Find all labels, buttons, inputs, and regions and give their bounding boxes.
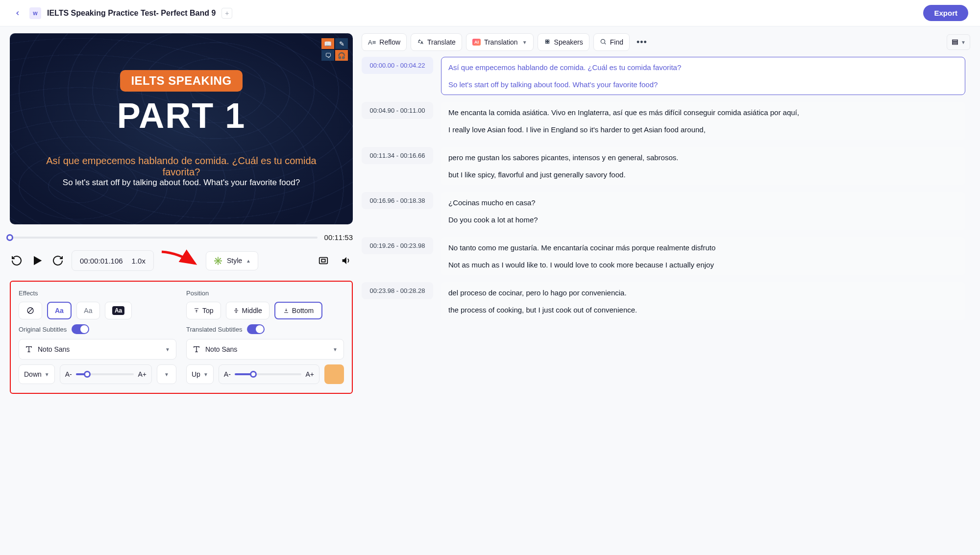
original-direction-value: Down (24, 370, 42, 378)
translated-direction-select[interactable]: Up ▼ (186, 364, 214, 384)
translate-button[interactable]: Translate (411, 33, 462, 51)
segment-time[interactable]: 00:11.34 - 00:16.66 (362, 147, 433, 164)
current-time: 00:00:01.106 (80, 257, 123, 265)
segment-time[interactable]: 00:04.90 - 00:11.00 (362, 102, 433, 119)
video-big-title: PART 1 (117, 96, 246, 136)
segment-time[interactable]: 00:16.96 - 00:18.38 (362, 192, 433, 209)
segment-body[interactable]: del proceso de cocinar, pero lo hago por… (441, 282, 965, 320)
original-extra-select[interactable]: ▼ (157, 364, 176, 384)
segment-original-text[interactable]: but I like spicy, flavorful and just gen… (448, 170, 958, 179)
subtitle-translated: Así que empecemos hablando de comida. ¿C… (27, 155, 336, 178)
add-tab-button[interactable]: + (221, 8, 232, 19)
segment-original-text[interactable]: Not as much as I would like to. I would … (448, 261, 958, 269)
svg-point-21 (601, 39, 605, 43)
svg-rect-2 (319, 258, 328, 264)
video-pill-title: IELTS SPEAKING (120, 70, 242, 92)
progress-thumb[interactable] (6, 234, 13, 241)
effect-none-button[interactable] (19, 302, 42, 319)
segment-translated-text[interactable]: Así que empecemos hablando de comida. ¿C… (448, 63, 958, 72)
slider-thumb[interactable] (250, 371, 257, 378)
translated-font-select[interactable]: Noto Sans ▼ (186, 339, 344, 360)
progress-bar[interactable] (10, 237, 318, 239)
volume-button[interactable] (339, 254, 353, 267)
segment-translated-text[interactable]: del proceso de cocinar, pero lo hago por… (448, 289, 958, 297)
svg-rect-23 (953, 40, 958, 41)
original-direction-select[interactable]: Down ▼ (19, 364, 55, 384)
segment-time[interactable]: 00:00.00 - 00:04.22 (362, 57, 433, 74)
svg-line-5 (28, 308, 32, 313)
segment-original-text[interactable]: So let's start off by talking about food… (448, 80, 958, 89)
segment-body[interactable]: Me encanta la comida asiática. Vivo en I… (441, 102, 965, 140)
segment-time[interactable]: 00:23.98 - 00:28.28 (362, 282, 433, 299)
svg-rect-24 (953, 42, 958, 43)
chevron-down-icon: ▼ (333, 347, 338, 352)
segment-body[interactable]: ¿Cocinas mucho en casa?Do you cook a lot… (441, 192, 965, 230)
export-button[interactable]: Export (923, 5, 968, 21)
slider-thumb[interactable] (84, 371, 91, 378)
position-bottom-button[interactable]: Bottom (274, 302, 322, 319)
position-middle-button[interactable]: Middle (226, 302, 270, 319)
forward-button[interactable] (51, 254, 65, 267)
translated-color-picker[interactable] (324, 364, 344, 384)
view-toggle[interactable]: ▼ (947, 34, 970, 50)
effect-plain-button[interactable]: Aa (76, 302, 100, 319)
effects-section: Effects Aa Aa Aa Original Subtitles (19, 290, 176, 384)
rewind-button[interactable] (10, 254, 24, 267)
segment-row[interactable]: 00:23.98 - 00:28.28del proceso de cocina… (362, 282, 965, 320)
segment-original-text[interactable]: Do you cook a lot at home? (448, 216, 958, 224)
segment-translated-text[interactable]: pero me gustan los sabores picantes, int… (448, 153, 958, 162)
style-panel: Effects Aa Aa Aa Original Subtitles (10, 281, 353, 394)
segment-body[interactable]: pero me gustan los sabores picantes, int… (441, 147, 965, 185)
more-button[interactable]: ••• (634, 37, 650, 48)
document-icon: w (29, 7, 41, 19)
time-speed-input[interactable]: 00:00:01.106 1.0x (72, 250, 154, 271)
translation-dropdown[interactable]: AI Translation ▼ (466, 33, 534, 51)
original-font-select[interactable]: Noto Sans ▼ (19, 339, 176, 360)
segment-body[interactable]: No tanto como me gustaría. Me encantaría… (441, 237, 965, 275)
effect-boxed-button[interactable]: Aa (105, 302, 132, 319)
segment-original-text[interactable]: I really love Asian food. I live in Engl… (448, 125, 958, 134)
segment-row[interactable]: 00:04.90 - 00:11.00Me encanta la comida … (362, 102, 965, 140)
translate-label: Translate (427, 38, 456, 46)
play-button[interactable] (30, 254, 44, 267)
segment-row[interactable]: 00:11.34 - 00:16.66pero me gustan los sa… (362, 147, 965, 185)
font-icon (25, 345, 33, 353)
font-icon (193, 345, 200, 353)
size-minus-label: A- (224, 370, 231, 378)
speakers-icon (544, 38, 551, 47)
original-subtitles-label: Original Subtitles (19, 326, 67, 333)
position-middle-label: Middle (242, 307, 262, 314)
segment-time[interactable]: 00:19.26 - 00:23.98 (362, 237, 433, 254)
speakers-button[interactable]: Speakers (538, 33, 589, 51)
chevron-down-icon: ▼ (164, 372, 169, 377)
video-preview[interactable]: 📖 ✎ 🗨 🎧 IELTS SPEAKING PART 1 Así que em… (10, 33, 353, 224)
segment-row[interactable]: 00:19.26 - 00:23.98No tanto como me gust… (362, 237, 965, 275)
segment-body[interactable]: Así que empecemos hablando de comida. ¿C… (441, 57, 965, 95)
segment-translated-text[interactable]: ¿Cocinas mucho en casa? (448, 198, 958, 207)
chevron-down-icon: ▼ (203, 372, 208, 377)
segment-translated-text[interactable]: No tanto como me gustaría. Me encantaría… (448, 243, 958, 252)
position-top-button[interactable]: Top (186, 302, 221, 319)
reflow-button[interactable]: A≡ Reflow (362, 33, 407, 51)
find-button[interactable]: Find (593, 33, 630, 51)
transcript-segments[interactable]: 00:00.00 - 00:04.22Así que empecemos hab… (362, 57, 970, 320)
svg-rect-3 (321, 259, 325, 262)
position-top-label: Top (202, 307, 214, 314)
position-bottom-label: Bottom (292, 307, 314, 314)
style-button[interactable]: ✳️ Style ▲ (206, 251, 258, 270)
back-button[interactable] (12, 7, 24, 19)
translated-subtitles-label: Translated Subtitles (186, 326, 242, 333)
segment-translated-text[interactable]: Me encanta la comida asiática. Vivo en I… (448, 108, 958, 117)
translated-subtitles-toggle[interactable] (247, 324, 265, 334)
segment-original-text[interactable]: the process of cooking, but I just cook … (448, 306, 958, 314)
effect-outline-button[interactable]: Aa (47, 302, 72, 319)
speed-label: 1.0x (132, 257, 146, 265)
segment-row[interactable]: 00:00.00 - 00:04.22Así que empecemos hab… (362, 57, 965, 95)
segment-row[interactable]: 00:16.96 - 00:18.38¿Cocinas mucho en cas… (362, 192, 965, 230)
original-size-slider[interactable]: A- A+ (60, 364, 152, 384)
original-subtitles-toggle[interactable] (72, 324, 89, 334)
document-title: IELTS Speaking Practice Test- Perfect Ba… (47, 9, 216, 18)
translated-size-slider[interactable]: A- A+ (219, 364, 319, 384)
left-panel: 📖 ✎ 🗨 🎧 IELTS SPEAKING PART 1 Así que em… (10, 33, 353, 394)
fullscreen-button[interactable] (317, 254, 330, 267)
